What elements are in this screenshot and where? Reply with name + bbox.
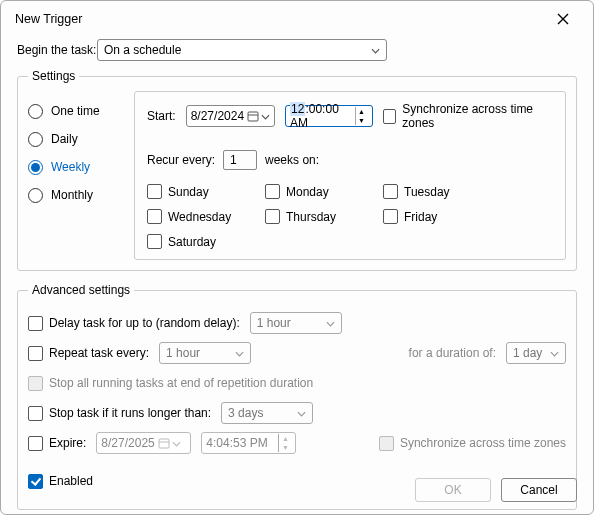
- spin-up-icon[interactable]: ▲: [355, 107, 368, 116]
- frequency-radios: One time Daily Weekly Monthly: [28, 91, 128, 260]
- chevron-down-icon: [371, 43, 380, 57]
- checkbox-icon: [265, 209, 280, 224]
- new-trigger-dialog: New Trigger Begin the task: On a schedul…: [0, 0, 594, 515]
- svg-rect-0: [248, 112, 258, 121]
- weekday-checkboxes: Sunday Monday Tuesday Wednesday Thursday…: [147, 184, 553, 249]
- begin-task-label: Begin the task:: [17, 43, 97, 57]
- expire-checkbox[interactable]: Expire:: [28, 436, 86, 451]
- svg-rect-2: [159, 439, 169, 448]
- radio-one-time[interactable]: One time: [28, 97, 128, 125]
- radio-icon: [28, 160, 43, 175]
- start-label: Start:: [147, 109, 176, 123]
- calendar-icon: [247, 110, 259, 122]
- recur-label: Recur every:: [147, 153, 215, 167]
- repeat-duration-combobox[interactable]: 1 day: [506, 342, 566, 364]
- repeat-checkbox[interactable]: Repeat task every:: [28, 346, 149, 361]
- start-time-spinner[interactable]: 12:00:00 AM ▲ ▼: [285, 105, 372, 127]
- chevron-down-icon: [326, 316, 335, 330]
- cancel-button[interactable]: Cancel: [501, 478, 577, 502]
- checkbox-icon: [383, 109, 397, 124]
- sync-timezones-checkbox[interactable]: Synchronize across time zones: [383, 102, 553, 130]
- chevron-down-icon: [261, 109, 270, 123]
- stop-longer-checkbox[interactable]: Stop task if it runs longer than:: [28, 406, 211, 421]
- day-thursday[interactable]: Thursday: [265, 209, 361, 224]
- advanced-settings-group: Advanced settings Delay task for up to (…: [17, 283, 577, 510]
- settings-group: Settings One time Daily Weekly: [17, 69, 577, 271]
- day-friday[interactable]: Friday: [383, 209, 479, 224]
- day-tuesday[interactable]: Tuesday: [383, 184, 479, 199]
- close-icon: [557, 13, 569, 25]
- chevron-down-icon: [235, 346, 244, 360]
- start-time-selected: 12: [290, 102, 305, 116]
- radio-weekly[interactable]: Weekly: [28, 153, 128, 181]
- spin-down-icon[interactable]: ▼: [278, 443, 291, 452]
- checkbox-icon: [147, 209, 162, 224]
- spin-up-icon[interactable]: ▲: [278, 434, 291, 443]
- checkbox-icon: [383, 209, 398, 224]
- day-saturday[interactable]: Saturday: [147, 234, 243, 249]
- day-wednesday[interactable]: Wednesday: [147, 209, 243, 224]
- begin-task-combobox[interactable]: On a schedule: [97, 39, 387, 61]
- settings-legend: Settings: [28, 69, 79, 83]
- recur-suffix: weeks on:: [265, 153, 319, 167]
- schedule-panel: Start: 8/27/2024 12:00:00 AM ▲ ▼: [134, 91, 566, 260]
- close-button[interactable]: [545, 6, 581, 32]
- stop-at-end-checkbox: Stop all running tasks at end of repetit…: [28, 376, 313, 391]
- checkbox-icon: [28, 376, 43, 391]
- checkbox-icon: [265, 184, 280, 199]
- checkbox-icon: [147, 184, 162, 199]
- enabled-checkbox[interactable]: Enabled: [28, 474, 93, 489]
- recur-weeks-input[interactable]: 1: [223, 150, 257, 170]
- calendar-icon: [158, 437, 170, 449]
- checkbox-icon: [147, 234, 162, 249]
- repeat-value-combobox[interactable]: 1 hour: [159, 342, 251, 364]
- expire-date-picker[interactable]: 8/27/2025: [96, 432, 191, 454]
- dialog-title: New Trigger: [15, 12, 82, 26]
- chevron-down-icon: [550, 346, 559, 360]
- radio-icon: [28, 104, 43, 119]
- checkbox-icon: [28, 406, 43, 421]
- chevron-down-icon: [297, 406, 306, 420]
- day-monday[interactable]: Monday: [265, 184, 361, 199]
- radio-icon: [28, 188, 43, 203]
- delay-checkbox[interactable]: Delay task for up to (random delay):: [28, 316, 240, 331]
- radio-icon: [28, 132, 43, 147]
- ok-button[interactable]: OK: [415, 478, 491, 502]
- checkbox-icon: [28, 316, 43, 331]
- expire-sync-checkbox: Synchronize across time zones: [379, 436, 566, 451]
- checkbox-icon: [379, 436, 394, 451]
- spin-down-icon[interactable]: ▼: [355, 116, 368, 125]
- checkbox-icon: [28, 474, 43, 489]
- delay-value-combobox[interactable]: 1 hour: [250, 312, 342, 334]
- stop-longer-value-combobox[interactable]: 3 days: [221, 402, 313, 424]
- checkbox-icon: [28, 346, 43, 361]
- checkbox-icon: [28, 436, 43, 451]
- spinner-buttons: ▲ ▼: [278, 434, 291, 452]
- spinner-buttons: ▲ ▼: [355, 107, 368, 125]
- expire-time-spinner[interactable]: 4:04:53 PM ▲ ▼: [201, 432, 296, 454]
- radio-daily[interactable]: Daily: [28, 125, 128, 153]
- start-date-picker[interactable]: 8/27/2024: [186, 105, 275, 127]
- chevron-down-icon: [172, 436, 181, 450]
- advanced-legend: Advanced settings: [28, 283, 134, 297]
- checkbox-icon: [383, 184, 398, 199]
- day-sunday[interactable]: Sunday: [147, 184, 243, 199]
- start-date-value: 8/27/2024: [191, 109, 244, 123]
- radio-monthly[interactable]: Monthly: [28, 181, 128, 209]
- begin-task-value: On a schedule: [104, 43, 181, 57]
- dialog-footer: OK Cancel: [415, 478, 577, 502]
- duration-label: for a duration of:: [409, 346, 496, 360]
- titlebar: New Trigger: [1, 1, 593, 35]
